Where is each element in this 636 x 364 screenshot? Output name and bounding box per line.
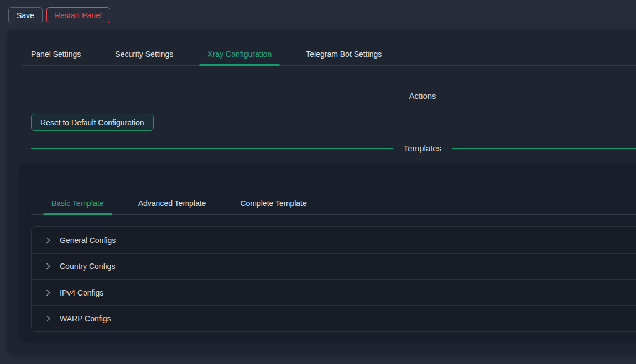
tab-telegram-bot-settings[interactable]: Telegram Bot Settings <box>298 43 390 65</box>
settings-tabbar: Panel Settings Security Settings Xray Co… <box>22 43 636 66</box>
collapse-country-configs[interactable]: Country Configs <box>32 253 636 279</box>
collapse-label: General Configs <box>60 236 116 245</box>
settings-card: Panel Settings Security Settings Xray Co… <box>8 30 636 354</box>
tab-security-settings[interactable]: Security Settings <box>107 43 181 65</box>
tab-complete-template[interactable]: Complete Template <box>232 192 315 214</box>
collapse-label: Country Configs <box>60 262 115 271</box>
templates-divider-label: Templates <box>404 144 441 153</box>
collapse-warp-configs[interactable]: WARP Configs <box>32 305 636 331</box>
reset-to-default-button[interactable]: Reset to Default Configuration <box>31 114 154 131</box>
template-tabbar: Basic Template Advanced Template Complet… <box>31 192 636 215</box>
tab-xray-configuration[interactable]: Xray Configuration <box>199 43 280 65</box>
restart-panel-button[interactable]: Restart Panel <box>46 7 110 23</box>
save-button[interactable]: Save <box>8 7 43 23</box>
chevron-right-icon <box>45 263 51 270</box>
config-collapse-list: General Configs Country Configs IPv4 Con… <box>31 226 636 332</box>
collapse-label: IPv4 Configs <box>60 288 103 297</box>
templates-card: Basic Template Advanced Template Complet… <box>19 164 636 341</box>
actions-divider-label: Actions <box>409 91 436 101</box>
collapse-label: WARP Configs <box>60 314 111 323</box>
collapse-general-configs[interactable]: General Configs <box>32 227 636 253</box>
chevron-right-icon <box>45 289 51 296</box>
tab-advanced-template[interactable]: Advanced Template <box>130 192 215 214</box>
chevron-right-icon <box>45 237 51 244</box>
collapse-ipv4-configs[interactable]: IPv4 Configs <box>32 279 636 305</box>
templates-divider: Templates <box>31 142 636 154</box>
actions-divider: Actions <box>31 89 636 102</box>
tab-panel-settings[interactable]: Panel Settings <box>23 43 89 65</box>
tab-basic-template[interactable]: Basic Template <box>43 192 112 214</box>
chevron-right-icon <box>45 315 51 322</box>
